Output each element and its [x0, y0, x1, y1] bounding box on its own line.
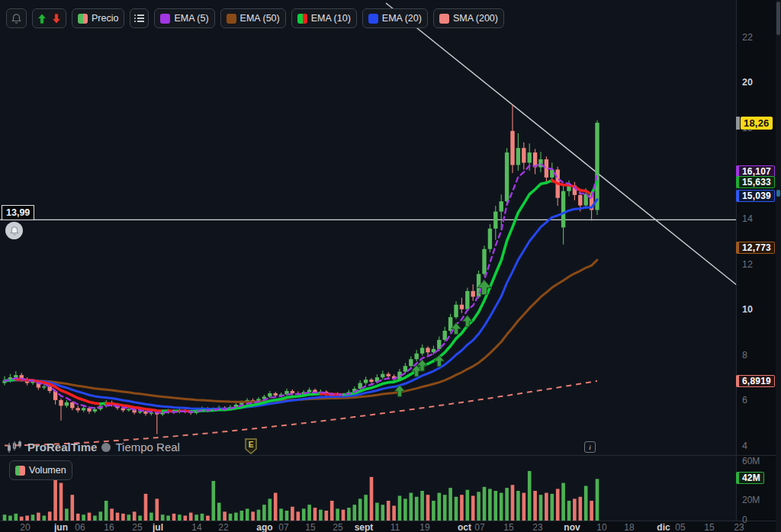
x-axis-tick: oct — [458, 522, 471, 532]
order-arrows-button[interactable] — [32, 8, 66, 28]
x-axis-tick: 11 — [390, 522, 400, 532]
price-axis-tick: 6 — [742, 395, 747, 405]
last-price-value: 18,26 — [741, 117, 773, 130]
scrollbar-track[interactable] — [776, 0, 781, 532]
feed-mode-label: Tiempo Real — [115, 441, 179, 453]
indicator-price-value: 15,633 — [739, 176, 775, 188]
price-axis-tick: 22 — [742, 32, 753, 43]
x-axis-tick: 07 — [278, 522, 288, 532]
bell-icon — [11, 13, 22, 24]
indicator-price-value: 12,773 — [739, 242, 775, 254]
x-axis-tick: 10 — [596, 522, 606, 532]
ema20-label: EMA (20) — [382, 13, 422, 24]
time-axis-divider — [0, 521, 781, 521]
ema5-swatch-icon — [160, 14, 170, 24]
x-axis-tick: 07 — [474, 522, 484, 532]
alert-bell-icon — [9, 226, 20, 236]
indicator-button-ema5[interactable]: EMA (5) — [154, 8, 214, 28]
indicator-price-label: 15,039 — [736, 190, 775, 202]
indicator-price-label: 16,107 — [736, 165, 775, 178]
x-axis-tick: 16 — [104, 522, 114, 532]
x-axis-tick: 23 — [532, 522, 542, 532]
indicator-price-value: 16,107 — [739, 165, 775, 178]
x-axis-tick: dic — [657, 522, 670, 532]
x-axis-tick: 05 — [675, 522, 685, 532]
sell-arrow-icon — [51, 13, 62, 24]
last-volume-value: 42M — [739, 472, 764, 484]
x-axis-tick: sept — [355, 522, 374, 532]
ema20-swatch-icon — [368, 14, 378, 24]
price-axis-divider — [736, 0, 737, 521]
alarm-button[interactable] — [6, 8, 27, 28]
price-axis-tick: 14 — [742, 213, 753, 224]
x-axis-tick: 20 — [20, 522, 30, 532]
x-axis-tick: jul — [153, 522, 163, 532]
toolbar: Precio EMA (5) EMA (50) EMA (10) EMA (20… — [6, 8, 504, 28]
volume-swatch-icon — [15, 466, 25, 476]
x-axis-tick: ago — [256, 522, 272, 532]
price-legend-button[interactable]: Precio — [72, 8, 124, 28]
price-axis-tick: 18 — [742, 123, 753, 133]
x-axis-tick: 25 — [132, 522, 142, 532]
buy-arrow-icon — [37, 13, 47, 24]
x-axis-tick: 18 — [624, 522, 634, 532]
price-axis-tick: 20 — [742, 77, 753, 88]
indicator-price-value: 6,8919 — [739, 375, 775, 387]
list-button[interactable] — [130, 8, 149, 28]
indicator-button-ema50[interactable]: EMA (50) — [220, 8, 286, 28]
price-axis-tick: 4 — [742, 441, 747, 451]
indicator-price-label: 6,8919 — [736, 375, 775, 387]
indicator-button-ema20[interactable]: EMA (20) — [362, 8, 428, 28]
alert-price-label: 13,99 — [2, 205, 34, 220]
panel-divider — [0, 455, 781, 456]
price-axis-tick: 8 — [742, 350, 747, 361]
x-axis-tick: jun — [54, 522, 68, 532]
alert-bell-button[interactable] — [5, 222, 23, 239]
svg-text:E: E — [249, 441, 254, 449]
volume-axis-tick: 0 — [742, 514, 747, 525]
scrollbar-marker — [776, 190, 780, 197]
ema10-swatch-icon — [297, 14, 307, 24]
indicator-price-value: 15,039 — [739, 190, 775, 202]
ema50-swatch-icon — [227, 14, 236, 24]
indicator-price-label: 15,633 — [736, 176, 775, 188]
sma200-swatch-icon — [439, 14, 449, 24]
earnings-badge: E — [244, 438, 258, 454]
x-axis-tick: 25 — [333, 522, 342, 532]
indicator-price-label: 12,773 — [736, 242, 775, 254]
price-legend-label: Precio — [92, 13, 118, 24]
x-axis-tick: 19 — [419, 522, 429, 532]
x-axis-tick: 22 — [218, 522, 228, 532]
x-axis-tick: 15 — [305, 522, 315, 532]
ema10-label: EMA (10) — [311, 13, 351, 24]
ema50-label: EMA (50) — [240, 13, 280, 24]
price-axis-tick: 10 — [742, 304, 753, 315]
x-axis-tick: 15 — [503, 522, 513, 532]
ema5-label: EMA (5) — [174, 13, 208, 24]
x-axis-tick: 23 — [734, 522, 744, 532]
prorealtime-logo-icon — [6, 441, 23, 453]
sma200-label: SMA (200) — [453, 13, 498, 24]
price-axis-tick: 12 — [742, 259, 753, 270]
x-axis-tick: 06 — [75, 522, 85, 532]
list-icon — [134, 14, 144, 22]
volume-legend-button[interactable]: Volumen — [9, 460, 72, 480]
last-price-label: 18,26 — [736, 117, 773, 130]
price-swatch-icon — [78, 14, 88, 24]
info-icon[interactable]: i — [584, 441, 596, 453]
volume-legend-label: Volumen — [29, 465, 66, 476]
volume-axis-tick: 60M — [742, 456, 760, 466]
watermark: ProRealTime Tiempo Real — [6, 441, 180, 453]
x-axis-tick: 14 — [191, 522, 201, 532]
x-axis-tick: nov — [564, 522, 580, 532]
indicator-button-ema10[interactable]: EMA (10) — [291, 8, 357, 28]
status-dot-icon — [101, 443, 111, 452]
brand-name: ProRealTime — [27, 441, 97, 453]
indicator-button-sma200[interactable]: SMA (200) — [433, 8, 504, 28]
volume-axis-tick: 20M — [742, 495, 760, 505]
last-volume-label: 42M — [736, 472, 764, 484]
scrollbar-thumb[interactable] — [776, 2, 780, 35]
x-axis-tick: 15 — [704, 522, 714, 532]
